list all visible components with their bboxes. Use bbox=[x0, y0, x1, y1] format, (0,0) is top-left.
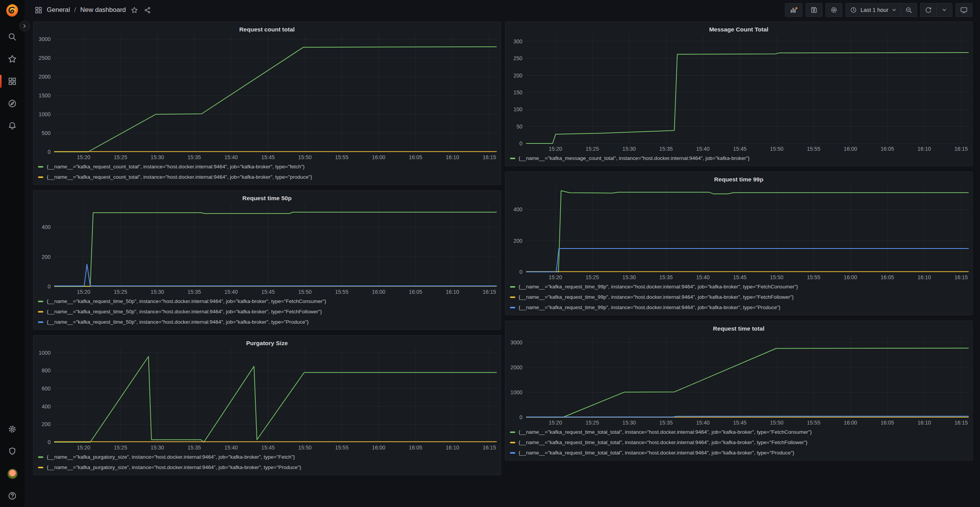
dashboard-grid: Request count total 05001000150020002500… bbox=[25, 20, 980, 507]
x-axis-label: 15:30 bbox=[151, 444, 164, 451]
x-axis: 15:2015:2515:3015:3515:4015:4515:5015:55… bbox=[54, 442, 497, 451]
plot-area[interactable] bbox=[526, 35, 969, 143]
legend-item[interactable]: {__name__="kafka_request_time_50p", inst… bbox=[38, 306, 497, 317]
time-range-picker[interactable]: Last 1 hour bbox=[845, 3, 901, 17]
x-axis-label: 15:45 bbox=[733, 146, 747, 152]
x-axis-label: 16:10 bbox=[446, 444, 459, 451]
sidebar-item-alerting[interactable] bbox=[0, 115, 25, 137]
legend-item[interactable]: {__name__="kafka_purgatory_size", instan… bbox=[38, 462, 497, 472]
x-axis-label: 15:20 bbox=[549, 420, 562, 426]
share-alt-icon bbox=[144, 7, 151, 14]
legend-item[interactable]: {__name__="kafka_request_time_50p", inst… bbox=[38, 317, 497, 327]
bell-icon bbox=[8, 121, 17, 130]
legend-item[interactable]: {__name__="kafka_request_time_99p", inst… bbox=[510, 302, 969, 313]
x-axis-label: 15:35 bbox=[187, 154, 201, 160]
legend-item[interactable]: {__name__="kafka_message_count_total", i… bbox=[510, 153, 969, 163]
legend-label: {__name__="kafka_request_time_50p", inst… bbox=[47, 309, 322, 314]
refresh-interval-dropdown[interactable] bbox=[936, 3, 952, 17]
plot-area[interactable] bbox=[54, 35, 497, 152]
legend-label: {__name__="kafka_request_time_99p", inst… bbox=[519, 284, 798, 290]
plot-area[interactable] bbox=[54, 348, 497, 442]
x-axis-label: 15:35 bbox=[187, 444, 201, 451]
dashboards-grid-icon bbox=[8, 77, 17, 86]
x-axis-label: 15:30 bbox=[622, 146, 636, 152]
x-axis-label: 16:15 bbox=[483, 154, 496, 160]
legend-swatch bbox=[510, 452, 515, 454]
legend-label: {__name__="kafka_request_time_50p", inst… bbox=[47, 298, 326, 304]
y-axis-label: 1000 bbox=[510, 389, 522, 395]
x-axis-label: 15:55 bbox=[807, 146, 820, 152]
plot-area[interactable] bbox=[54, 203, 497, 286]
y-axis-label: 100 bbox=[513, 106, 522, 112]
legend-label: {__name__="kafka_purgatory_size", instan… bbox=[47, 464, 301, 470]
sidebar-item-explore[interactable] bbox=[0, 92, 25, 115]
legend-item[interactable]: {__name__="kafka_request_time_total_tota… bbox=[510, 427, 969, 437]
legend-item[interactable]: {__name__="kafka_request_count_total", i… bbox=[38, 161, 497, 172]
tv-view-mode-button[interactable] bbox=[955, 3, 972, 17]
star-icon bbox=[131, 7, 138, 14]
sidebar-item-server-admin[interactable] bbox=[0, 440, 25, 463]
plot-area[interactable] bbox=[526, 184, 969, 272]
y-axis: 050100150200250300 bbox=[509, 35, 526, 143]
x-axis-label: 15:50 bbox=[770, 274, 783, 280]
sidebar-item-configuration[interactable] bbox=[0, 418, 25, 440]
legend: {__name__="kafka_request_time_total_tota… bbox=[509, 426, 969, 458]
sidebar bbox=[0, 0, 25, 507]
breadcrumb-section[interactable]: General bbox=[47, 6, 70, 14]
y-axis: 0200400 bbox=[37, 203, 54, 286]
legend-item[interactable]: {__name__="kafka_request_time_99p", inst… bbox=[510, 281, 969, 292]
star-dashboard-button[interactable] bbox=[130, 6, 139, 15]
y-axis-label: 3000 bbox=[39, 36, 51, 42]
legend-item[interactable]: {__name__="kafka_purgatory_size", instan… bbox=[38, 452, 497, 462]
panel-request-time-99p: Request time 99p 0200400 15:2015:2515:30… bbox=[505, 171, 973, 315]
sidebar-expand-button[interactable] bbox=[19, 21, 30, 31]
panel-title[interactable]: Purgatory Size bbox=[37, 338, 497, 348]
x-axis-label: 15:55 bbox=[335, 154, 349, 160]
panel-title[interactable]: Request time 50p bbox=[37, 193, 497, 203]
y-axis-label: 500 bbox=[42, 130, 51, 136]
panel-title[interactable]: Request count total bbox=[37, 24, 497, 35]
add-panel-button[interactable] bbox=[785, 3, 802, 17]
x-axis-label: 16:15 bbox=[483, 444, 496, 451]
grafana-logo[interactable] bbox=[0, 3, 25, 17]
breadcrumb-page-title[interactable]: New dashboard bbox=[80, 6, 126, 14]
x-axis: 15:2015:2515:3015:3515:4015:4515:5015:55… bbox=[54, 152, 497, 160]
legend-item[interactable]: {__name__="kafka_request_time_total_tota… bbox=[510, 437, 969, 448]
y-axis-label: 400 bbox=[513, 206, 522, 212]
refresh-button[interactable] bbox=[920, 3, 936, 17]
y-axis-label: 250 bbox=[513, 55, 522, 61]
sidebar-item-user-avatar[interactable] bbox=[0, 463, 25, 485]
legend-swatch bbox=[38, 176, 43, 178]
x-axis-label: 15:45 bbox=[261, 289, 275, 295]
legend-swatch bbox=[38, 301, 43, 302]
x-axis-label: 15:55 bbox=[335, 289, 349, 295]
legend-item[interactable]: {__name__="kafka_request_time_50p", inst… bbox=[38, 296, 497, 306]
plot-area[interactable] bbox=[526, 334, 969, 417]
y-axis-label: 800 bbox=[42, 367, 51, 374]
sidebar-item-starred[interactable] bbox=[0, 48, 25, 70]
x-axis-label: 15:25 bbox=[114, 289, 127, 295]
legend-swatch bbox=[38, 166, 43, 168]
sidebar-item-help[interactable] bbox=[0, 485, 25, 507]
x-axis: 15:2015:2515:3015:3515:4015:4515:5015:55… bbox=[54, 286, 497, 295]
panel-title[interactable]: Message Count Total bbox=[509, 24, 969, 35]
dashboard-column-left: Request count total 05001000150020002500… bbox=[33, 21, 501, 475]
y-axis-label: 0 bbox=[48, 149, 51, 155]
legend-item[interactable]: {__name__="kafka_request_time_total_tota… bbox=[510, 448, 969, 458]
share-dashboard-button[interactable] bbox=[143, 6, 152, 15]
chart-svg bbox=[526, 334, 969, 417]
zoom-out-time-button[interactable] bbox=[901, 3, 917, 17]
panel-title[interactable]: Request time total bbox=[509, 323, 969, 334]
time-range-label: Last 1 hour bbox=[860, 7, 888, 13]
x-axis-label: 16:15 bbox=[483, 289, 496, 295]
legend-item[interactable]: {__name__="kafka_request_time_99p", inst… bbox=[510, 292, 969, 302]
dashboard-settings-button[interactable] bbox=[825, 3, 842, 17]
x-axis-label: 16:00 bbox=[372, 444, 385, 451]
legend-item[interactable]: {__name__="kafka_request_count_total", i… bbox=[38, 172, 497, 182]
legend-swatch bbox=[38, 321, 43, 323]
sidebar-item-dashboards[interactable] bbox=[0, 70, 25, 92]
save-dashboard-button[interactable] bbox=[806, 3, 822, 17]
x-axis-label: 15:25 bbox=[585, 420, 599, 426]
chart: 0200400 15:2015:2515:3015:3515:4015:4515… bbox=[37, 203, 497, 295]
panel-title[interactable]: Request time 99p bbox=[509, 174, 969, 184]
